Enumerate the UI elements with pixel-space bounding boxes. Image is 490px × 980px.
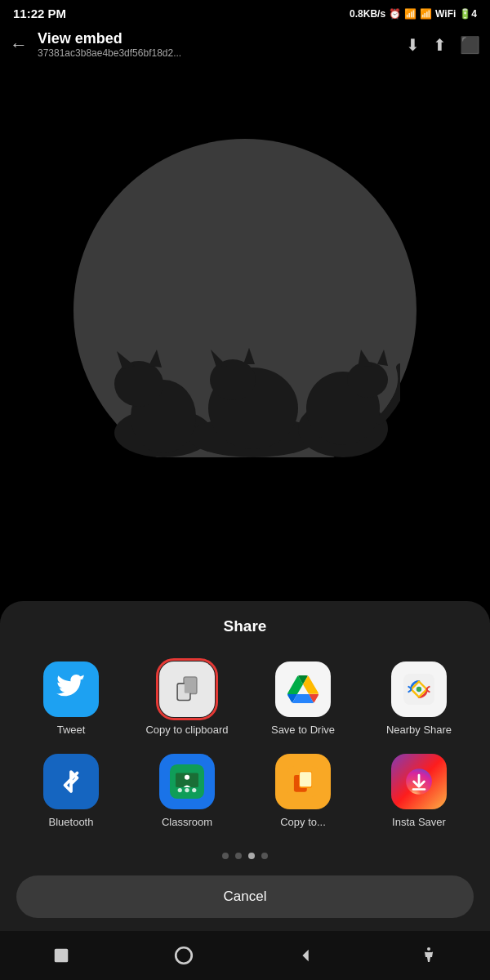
- svg-rect-18: [185, 678, 196, 693]
- insta-saver-label: Insta Saver: [392, 816, 446, 830]
- status-right: 0.8KB/s ⏰ 📶 📶 WiFi 🔋4: [350, 8, 477, 20]
- svg-point-26: [192, 788, 196, 792]
- nav-accessibility-button[interactable]: [411, 938, 447, 973]
- copy-clipboard-icon: [159, 662, 215, 717]
- main-content: [0, 65, 490, 457]
- insta-saver-icon: [391, 754, 447, 809]
- share-item-classroom[interactable]: Classroom: [129, 747, 245, 836]
- classroom-icon: [159, 754, 215, 809]
- share-grid: Tweet Copy to clipboard: [0, 655, 490, 836]
- svg-rect-33: [55, 949, 69, 963]
- dot-1: [222, 853, 229, 859]
- page-subtitle: 37381ac3b8ae4be3df56bf18d2...: [38, 47, 406, 59]
- silhouette-graphic: [90, 327, 400, 457]
- nearby-share-label: Nearby Share: [386, 724, 452, 737]
- svg-marker-14: [377, 350, 388, 366]
- dot-3: [248, 853, 255, 859]
- dot-4: [261, 853, 268, 859]
- battery-icon: 🔋4: [459, 8, 477, 20]
- back-button[interactable]: ←: [10, 34, 28, 56]
- nearby-share-icon: [391, 662, 447, 717]
- share-item-tweet[interactable]: Tweet: [13, 655, 129, 744]
- share-icon[interactable]: ⬆: [433, 35, 447, 55]
- clock-icon: ⏰: [389, 8, 401, 20]
- copy-to-label: Copy to...: [280, 816, 326, 830]
- svg-marker-9: [211, 350, 227, 368]
- wifi-icon: WiFi: [435, 8, 456, 20]
- nav-back-button[interactable]: [288, 938, 324, 973]
- svg-marker-10: [243, 348, 255, 364]
- classroom-label: Classroom: [162, 816, 212, 830]
- tweet-label: Tweet: [57, 724, 86, 737]
- open-in-browser-icon[interactable]: ⬛: [460, 35, 480, 55]
- signal2-icon: 📶: [420, 8, 432, 20]
- dot-2: [235, 853, 242, 859]
- svg-marker-35: [302, 950, 308, 962]
- svg-point-20: [416, 687, 421, 692]
- share-title: Share: [0, 617, 490, 635]
- drive-icon: [275, 662, 331, 717]
- cancel-button[interactable]: Cancel: [16, 875, 474, 918]
- status-time: 11:22 PM: [13, 7, 66, 20]
- page-dots-indicator: [0, 853, 490, 859]
- svg-rect-30: [300, 772, 311, 786]
- nav-square-button[interactable]: [43, 938, 79, 973]
- svg-marker-5: [117, 351, 135, 369]
- svg-point-25: [185, 788, 189, 792]
- bluetooth-icon: [43, 754, 99, 809]
- share-item-nearby-share[interactable]: Nearby Share: [361, 655, 477, 744]
- copy-clipboard-label: Copy to clipboard: [145, 724, 228, 737]
- svg-point-4: [114, 361, 163, 407]
- share-item-copy-to[interactable]: Copy to...: [245, 747, 361, 836]
- share-item-save-drive[interactable]: Save to Drive: [245, 655, 361, 744]
- download-icon[interactable]: ⬇: [406, 35, 420, 55]
- top-bar-title-group: View embed 37381ac3b8ae4be3df56bf18d2...: [38, 30, 406, 59]
- signal-icon: 📶: [404, 8, 416, 20]
- top-bar: ← View embed 37381ac3b8ae4be3df56bf18d2.…: [0, 24, 490, 65]
- top-bar-actions: ⬇ ⬆ ⬛: [406, 35, 480, 55]
- svg-marker-6: [149, 350, 162, 368]
- share-item-bluetooth[interactable]: Bluetooth: [13, 747, 129, 836]
- copy-to-icon: [275, 754, 331, 809]
- svg-point-12: [347, 362, 388, 398]
- twitter-icon: [43, 662, 99, 717]
- save-drive-label: Save to Drive: [271, 724, 335, 737]
- share-item-copy-clipboard[interactable]: Copy to clipboard: [129, 655, 245, 744]
- share-item-insta-saver[interactable]: Insta Saver: [361, 747, 477, 836]
- network-speed: 0.8KB/s: [350, 8, 385, 20]
- page-title: View embed: [38, 30, 406, 47]
- svg-point-23: [185, 775, 189, 780]
- nav-bar: [0, 931, 490, 980]
- status-bar: 11:22 PM 0.8KB/s ⏰ 📶 📶 WiFi 🔋4: [0, 0, 490, 24]
- svg-marker-13: [358, 350, 372, 368]
- share-sheet: Share Tweet Copy to clipboard: [0, 601, 490, 931]
- svg-point-36: [427, 947, 430, 951]
- svg-point-34: [176, 947, 192, 964]
- svg-point-24: [178, 788, 182, 792]
- bluetooth-label: Bluetooth: [49, 816, 94, 830]
- nav-home-button[interactable]: [166, 938, 202, 973]
